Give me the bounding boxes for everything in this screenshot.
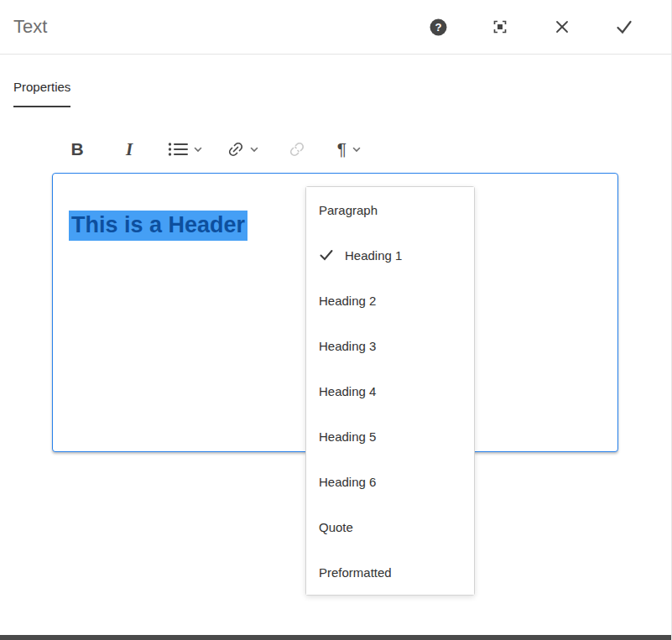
checkmark-icon <box>615 18 633 36</box>
help-icon: ? <box>430 18 447 36</box>
menu-item-paragraph[interactable]: Paragraph <box>306 187 474 232</box>
menu-item-label: Quote <box>319 520 353 534</box>
menu-item-label: Preformatted <box>319 565 392 580</box>
menu-item-label: Heading 1 <box>345 248 402 263</box>
italic-button[interactable]: I <box>116 139 143 160</box>
bullet-list-icon <box>168 142 188 157</box>
menu-item-label: Heading 4 <box>319 384 376 398</box>
pilcrow-icon: ¶ <box>337 139 346 159</box>
svg-text:?: ? <box>435 21 441 34</box>
unlink-button[interactable] <box>284 141 310 158</box>
confirm-button[interactable] <box>614 17 634 37</box>
menu-item-heading-3[interactable]: Heading 3 <box>306 323 474 368</box>
chevron-down-icon <box>352 147 361 153</box>
chevron-down-icon <box>194 147 202 153</box>
list-button[interactable] <box>168 142 202 157</box>
text-component-dialog: Text ? <box>0 0 672 640</box>
bottom-bar <box>0 635 671 640</box>
menu-item-heading-4[interactable]: Heading 4 <box>306 368 474 414</box>
paragraph-format-button[interactable]: ¶ <box>336 139 362 159</box>
menu-item-quote[interactable]: Quote <box>306 504 474 549</box>
cancel-button[interactable] <box>552 17 572 37</box>
tab-bar: Properties <box>0 80 671 107</box>
chevron-down-icon <box>250 147 258 153</box>
menu-item-heading-1[interactable]: Heading 1 <box>306 232 474 278</box>
menu-item-heading-5[interactable]: Heading 5 <box>306 414 474 459</box>
help-button[interactable]: ? <box>428 17 448 37</box>
menu-item-label: Heading 6 <box>319 475 376 489</box>
link-icon <box>227 141 244 158</box>
menu-item-label: Heading 5 <box>319 429 376 444</box>
format-menu: Paragraph Heading 1 Heading 2 Heading 3 … <box>305 186 475 596</box>
menu-item-heading-2[interactable]: Heading 2 <box>306 278 474 323</box>
bold-icon: B <box>70 139 83 159</box>
dialog-title: Text <box>13 16 428 38</box>
italic-icon: I <box>126 139 133 160</box>
unlink-icon <box>289 141 305 158</box>
bold-button[interactable]: B <box>64 139 91 159</box>
menu-item-label: Heading 2 <box>319 294 376 308</box>
menu-item-heading-6[interactable]: Heading 6 <box>306 459 474 504</box>
link-button[interactable] <box>227 141 258 158</box>
rte-toolbar: B I <box>0 131 671 168</box>
close-icon <box>554 18 570 35</box>
header-actions: ? <box>428 17 634 37</box>
menu-item-label: Paragraph <box>319 203 378 217</box>
tab-properties[interactable]: Properties <box>13 80 70 107</box>
menu-item-label: Heading 3 <box>319 339 376 353</box>
menu-item-preformatted[interactable]: Preformatted <box>306 549 474 595</box>
check-icon <box>319 247 334 263</box>
editor-selected-text: This is a Header <box>69 211 247 241</box>
fullscreen-icon <box>492 18 508 35</box>
dialog-header: Text ? <box>0 0 671 55</box>
fullscreen-button[interactable] <box>490 17 510 37</box>
